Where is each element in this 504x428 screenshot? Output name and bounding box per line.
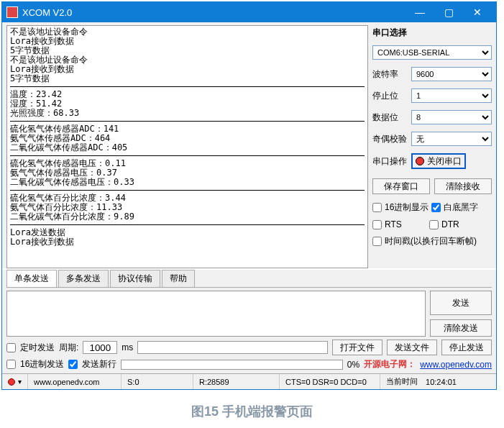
dtr-checkbox[interactable]	[429, 220, 439, 229]
parity-select[interactable]: 无	[411, 132, 492, 146]
send-file-button[interactable]: 发送文件	[387, 340, 437, 355]
timestamp-checkbox[interactable]	[372, 237, 382, 246]
tabs: 单条发送 多条发送 协议传输 帮助	[6, 270, 492, 288]
hex-send-checkbox[interactable]	[6, 360, 16, 369]
port-section-title: 串口选择	[372, 25, 492, 40]
titlebar: XCOM V2.0 — ▢ ✕	[2, 2, 496, 22]
timestamp-label: 时间戳(以换行回车断帧)	[385, 235, 477, 247]
file-path-input[interactable]	[137, 341, 328, 354]
website-link[interactable]: www.openedv.com	[420, 360, 492, 370]
save-window-button[interactable]: 保存窗口	[372, 178, 430, 194]
dropdown-icon[interactable]: ▾	[18, 378, 22, 386]
minimize-button[interactable]: —	[406, 4, 434, 21]
window-title: XCOM V2.0	[22, 7, 406, 18]
hex-display-label: 16进制显示	[385, 201, 429, 214]
stop-select[interactable]: 1	[411, 88, 492, 103]
send-newline-label: 发送新行	[82, 358, 116, 370]
white-bg-checkbox[interactable]	[431, 203, 441, 212]
rts-checkbox[interactable]	[372, 220, 382, 229]
clear-send-button[interactable]: 清除发送	[430, 319, 492, 337]
hex-send-label: 16进制发送	[20, 358, 64, 370]
dtr-label: DTR	[441, 219, 459, 229]
stop-send-button[interactable]: 停止发送	[441, 340, 492, 355]
timed-send-checkbox[interactable]	[6, 343, 16, 352]
app-window: XCOM V2.0 — ▢ ✕ 不是该地址设备命令Lora接收到数据5字节数据不…	[1, 1, 497, 390]
progress-label: 0%	[347, 360, 359, 370]
record-icon	[416, 157, 424, 165]
close-port-label: 关闭串口	[427, 155, 462, 168]
send-button[interactable]: 发送	[430, 291, 492, 315]
status-url[interactable]: www.openedv.com	[34, 378, 100, 386]
settings-panel: 串口选择 COM6:USB-SERIAL 波特率 9600 停止位 1 数据位 …	[372, 25, 492, 268]
tab-single-send[interactable]: 单条发送	[6, 270, 57, 287]
ms-label: ms	[122, 342, 133, 352]
white-bg-label: 白底黑字	[444, 201, 478, 214]
baud-select[interactable]: 9600	[411, 67, 492, 81]
data-select[interactable]: 8	[411, 110, 492, 124]
link-prefix: 开源电子网：	[364, 358, 416, 370]
progress-bar	[121, 360, 342, 370]
timed-send-label: 定时发送	[20, 342, 55, 354]
parity-label: 奇偶校验	[372, 133, 408, 145]
figure-caption: 图15 手机端报警页面	[0, 403, 504, 420]
status-time: 10:24:01	[426, 378, 457, 386]
status-sent: S:0	[127, 378, 139, 386]
status-dot-icon	[8, 378, 15, 386]
close-port-button[interactable]: 关闭串口	[411, 153, 466, 169]
port-select[interactable]: COM6:USB-SERIAL	[372, 45, 492, 60]
data-label: 数据位	[372, 111, 408, 124]
status-recv: R:28589	[199, 378, 229, 386]
op-label: 串口操作	[372, 155, 408, 168]
clear-receive-button[interactable]: 清除接收	[434, 178, 492, 194]
statusbar: ▾ www.openedv.com S:0 R:28589 CTS=0 DSR=…	[2, 373, 496, 389]
tab-multi-send[interactable]: 多条发送	[58, 270, 109, 287]
status-time-label: 当前时间	[386, 376, 418, 387]
stop-label: 停止位	[372, 90, 408, 102]
open-file-button[interactable]: 打开文件	[332, 340, 382, 355]
rts-label: RTS	[385, 219, 413, 229]
app-icon	[6, 6, 18, 18]
baud-label: 波特率	[372, 68, 408, 81]
maximize-button[interactable]: ▢	[434, 4, 463, 21]
tab-help[interactable]: 帮助	[162, 270, 195, 287]
tab-protocol[interactable]: 协议传输	[110, 270, 160, 287]
status-cts: CTS=0 DSR=0 DCD=0	[285, 378, 367, 386]
receive-textarea[interactable]: 不是该地址设备命令Lora接收到数据5字节数据不是该地址设备命令Lora接收到数…	[6, 25, 368, 268]
send-textarea[interactable]	[6, 291, 426, 337]
close-button[interactable]: ✕	[463, 4, 492, 21]
period-label: 周期:	[59, 342, 78, 354]
hex-display-checkbox[interactable]	[372, 203, 382, 212]
period-input[interactable]	[83, 341, 117, 354]
send-newline-checkbox[interactable]	[68, 360, 78, 369]
